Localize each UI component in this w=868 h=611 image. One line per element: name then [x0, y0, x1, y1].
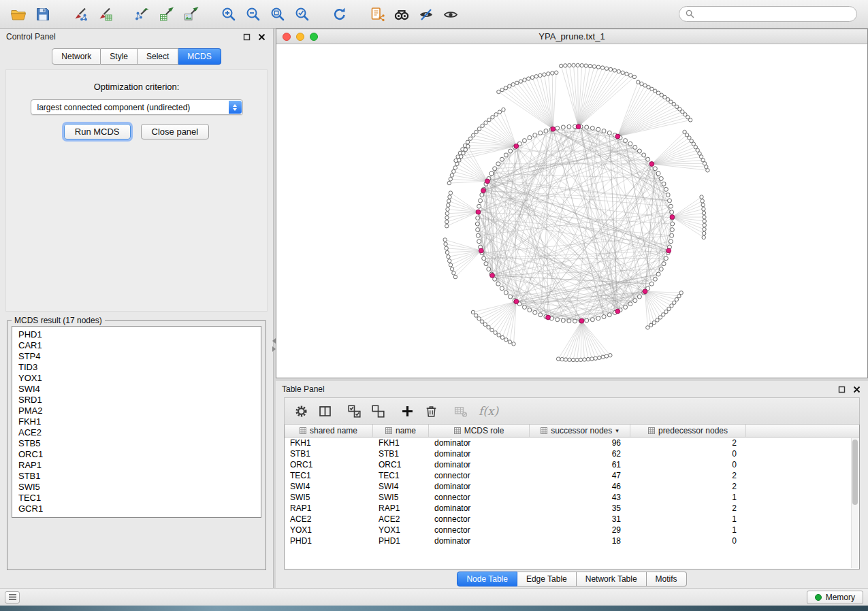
network-leaf-node[interactable] [583, 358, 586, 361]
network-leaf-node[interactable] [443, 238, 447, 242]
network-node[interactable] [482, 257, 486, 261]
table-cell[interactable]: FKH1 [373, 438, 429, 448]
table-cell[interactable]: 62 [530, 449, 630, 459]
network-canvas[interactable] [276, 44, 867, 378]
network-leaf-node[interactable] [677, 295, 681, 298]
network-window-titlebar[interactable]: YPA_prune.txt_1 [276, 29, 867, 44]
column-header-shared-name[interactable]: shared name [285, 425, 373, 437]
network-leaf-node[interactable] [472, 133, 475, 137]
network-leaf-node[interactable] [588, 64, 592, 67]
network-leaf-node[interactable] [445, 246, 448, 250]
network-leaf-node[interactable] [447, 203, 450, 207]
table-cell[interactable]: RAP1 [373, 503, 429, 513]
network-leaf-node[interactable] [675, 297, 678, 301]
tab-node-table[interactable]: Node Table [457, 572, 517, 587]
zoom-in-button[interactable] [217, 4, 240, 24]
hide-graphics-details-button[interactable] [415, 4, 437, 24]
network-leaf-node[interactable] [632, 75, 636, 78]
tab-mcds[interactable]: MCDS [178, 48, 221, 65]
network-node[interactable] [670, 233, 674, 237]
network-dominator-node[interactable] [476, 210, 481, 214]
network-leaf-node[interactable] [471, 310, 475, 314]
network-node[interactable] [664, 257, 668, 261]
zoom-out-button[interactable] [242, 4, 264, 24]
add-column-button[interactable] [399, 403, 415, 419]
network-leaf-node[interactable] [508, 84, 511, 88]
network-node[interactable] [670, 210, 674, 214]
network-leaf-node[interactable] [551, 71, 554, 75]
network-node[interactable] [624, 305, 628, 309]
network-leaf-node[interactable] [447, 199, 451, 203]
refresh-view-button[interactable] [328, 4, 351, 24]
export-image-button[interactable] [180, 4, 202, 24]
network-node[interactable] [539, 313, 543, 317]
network-leaf-node[interactable] [706, 169, 709, 172]
network-node[interactable] [476, 216, 480, 220]
table-cell[interactable]: SWI4 [373, 482, 429, 491]
network-edges[interactable] [445, 65, 708, 360]
network-leaf-node[interactable] [515, 81, 519, 84]
export-network-button[interactable] [131, 4, 153, 24]
network-leaf-node[interactable] [601, 355, 605, 359]
network-node[interactable] [666, 193, 670, 197]
column-header-successor-nodes[interactable]: successor nodes▾ [530, 425, 630, 437]
network-leaf-node[interactable] [617, 69, 620, 73]
network-leaf-node[interactable] [575, 358, 579, 361]
network-leaf-node[interactable] [688, 118, 692, 122]
table-cell[interactable]: 1 [630, 525, 746, 535]
network-leaf-node[interactable] [609, 354, 612, 357]
mcds-result-item[interactable]: RAP1 [18, 460, 255, 471]
network-leaf-node[interactable] [554, 71, 558, 74]
network-leaf-node[interactable] [494, 331, 497, 334]
find-button[interactable] [390, 4, 413, 24]
network-leaf-node[interactable] [502, 108, 505, 111]
network-leaf-node[interactable] [445, 225, 449, 228]
network-dominator-node[interactable] [670, 215, 675, 220]
network-dominator-node[interactable] [579, 318, 584, 323]
network-node[interactable] [624, 139, 628, 143]
show-panels-button[interactable] [5, 591, 20, 604]
mcds-result-item[interactable]: TID3 [18, 362, 255, 373]
network-leaf-node[interactable] [592, 65, 596, 68]
table-cell[interactable]: SWI4 [285, 482, 373, 491]
network-leaf-node[interactable] [483, 323, 487, 326]
mcds-result-item[interactable]: GCR1 [18, 503, 255, 514]
network-leaf-node[interactable] [594, 357, 597, 360]
network-leaf-node[interactable] [504, 338, 508, 342]
show-graphics-details-button[interactable] [439, 4, 462, 24]
network-leaf-node[interactable] [609, 67, 612, 71]
network-leaf-node[interactable] [530, 76, 534, 79]
table-row[interactable]: ORC1ORC1dominator610 [285, 459, 859, 470]
network-leaf-node[interactable] [508, 340, 511, 344]
network-leaf-node[interactable] [462, 151, 465, 154]
network-node[interactable] [659, 177, 663, 181]
network-node[interactable] [487, 267, 491, 271]
network-node[interactable] [667, 199, 671, 203]
network-leaf-node[interactable] [491, 116, 494, 119]
network-leaf-node[interactable] [701, 203, 705, 207]
select-all-button[interactable] [346, 403, 362, 419]
network-leaf-node[interactable] [452, 271, 455, 275]
network-leaf-node[interactable] [703, 231, 706, 235]
network-leaf-node[interactable] [444, 242, 447, 246]
table-row[interactable]: SWI5SWI5connector431 [285, 492, 859, 503]
network-node[interactable] [500, 157, 504, 161]
table-cell[interactable]: 35 [530, 503, 630, 513]
network-leaf-node[interactable] [447, 255, 450, 259]
network-node[interactable] [585, 318, 589, 323]
network-node[interactable] [509, 149, 513, 153]
network-leaf-node[interactable] [453, 166, 457, 169]
network-leaf-node[interactable] [658, 316, 662, 319]
network-node[interactable] [556, 126, 560, 130]
network-leaf-node[interactable] [568, 358, 571, 361]
network-dominator-node[interactable] [490, 273, 495, 278]
network-leaf-node[interactable] [628, 73, 632, 77]
network-leaf-node[interactable] [667, 307, 671, 310]
table-row[interactable]: ACE2ACE2connector311 [285, 514, 859, 525]
table-cell[interactable]: 0 [630, 460, 746, 469]
table-cell[interactable]: STB1 [373, 449, 429, 459]
table-scrollbar[interactable] [851, 438, 858, 568]
network-leaf-node[interactable] [564, 358, 567, 361]
network-leaf-node[interactable] [605, 67, 608, 70]
network-node[interactable] [528, 308, 532, 312]
